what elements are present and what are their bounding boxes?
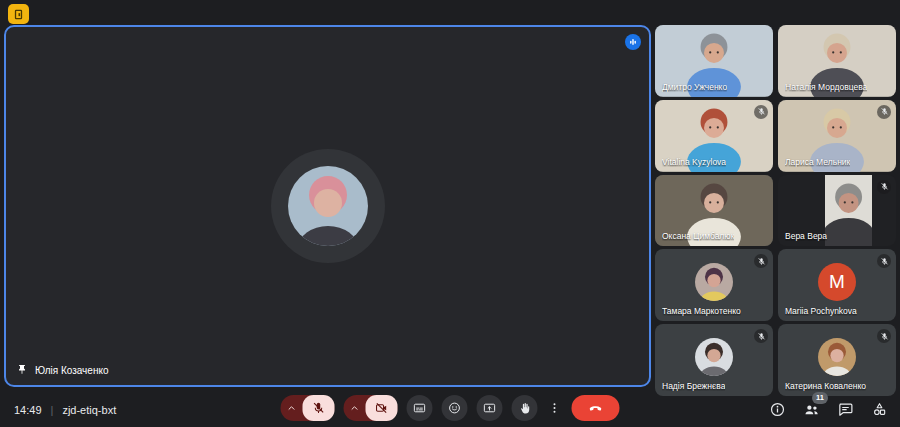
mic-mute-button[interactable]	[303, 395, 335, 421]
main-video-tile[interactable]: Юлія Козаченко	[4, 25, 651, 387]
mic-off-icon	[877, 254, 891, 268]
participant-avatar: M	[818, 263, 856, 301]
mic-off-icon	[754, 105, 768, 119]
chat-button[interactable]	[837, 401, 854, 418]
participant-name: Дмитро Ужченко	[662, 82, 727, 92]
camera-off-icon	[375, 401, 389, 415]
separator: |	[51, 404, 54, 416]
present-screen-icon	[483, 401, 497, 415]
mic-off-icon	[877, 180, 891, 194]
participant-avatar	[818, 338, 856, 376]
participant-name: Vitalina Kyzylova	[662, 157, 726, 167]
raise-hand-button[interactable]	[512, 395, 538, 421]
mic-control-group	[281, 395, 335, 421]
captions-icon	[413, 401, 427, 415]
audio-level-icon	[625, 34, 641, 50]
clock: 14:49	[14, 404, 42, 416]
participant-tile[interactable]: Тамара Маркотенко	[655, 249, 773, 321]
main-avatar	[288, 166, 368, 246]
participant-tile[interactable]: Дмитро Ужченко	[655, 25, 773, 97]
activities-button[interactable]	[871, 401, 888, 418]
participant-name: Mariia Pochynkova	[785, 306, 857, 316]
main-participant-name: Юлія Козаченко	[35, 365, 108, 376]
present-button[interactable]	[477, 395, 503, 421]
people-button[interactable]	[803, 401, 820, 418]
chevron-up-icon	[287, 403, 297, 413]
participant-tile[interactable]: Vitalina Kyzylova	[655, 100, 773, 172]
mic-off-icon	[877, 105, 891, 119]
hand-icon	[518, 401, 532, 415]
participant-name: Тамара Маркотенко	[662, 306, 741, 316]
camera-off-button[interactable]	[366, 395, 398, 421]
participant-tile[interactable]: Вера Вера	[778, 175, 896, 247]
chat-icon	[837, 401, 854, 418]
participant-tile[interactable]: Лариса Мельник	[778, 100, 896, 172]
participant-name: Оксана Цимбалюк	[662, 231, 734, 241]
participant-tile[interactable]: Надія Брежнєва	[655, 324, 773, 396]
extension-icon[interactable]	[8, 4, 29, 24]
bottom-bar: 14:49 | zjd-etiq-bxt	[0, 387, 900, 427]
participant-name: Лариса Мельник	[785, 157, 850, 167]
participant-tile[interactable]: Катерина Коваленко	[778, 324, 896, 396]
more-options-button[interactable]	[547, 395, 563, 421]
mic-off-icon	[754, 254, 768, 268]
participant-tile[interactable]: MMariia Pochynkova	[778, 249, 896, 321]
reactions-button[interactable]	[442, 395, 468, 421]
meeting-code: zjd-etiq-bxt	[62, 404, 116, 416]
end-call-button[interactable]	[572, 395, 620, 421]
participant-tile[interactable]: Наталія Мордовцева	[778, 25, 896, 97]
participant-tile[interactable]: Оксана Цимбалюк	[655, 175, 773, 247]
meeting-info: 14:49 | zjd-etiq-bxt	[14, 404, 116, 416]
door-icon	[12, 8, 25, 21]
participant-avatar	[695, 263, 733, 301]
pin-icon	[16, 364, 28, 376]
end-call-icon	[588, 400, 604, 416]
participant-avatar	[695, 338, 733, 376]
participant-video	[825, 175, 872, 247]
camera-control-group	[344, 395, 398, 421]
camera-options-button[interactable]	[344, 395, 366, 421]
people-icon	[803, 401, 820, 418]
call-controls	[281, 395, 620, 421]
participant-name: Вера Вера	[785, 231, 827, 241]
participant-count-badge: 11	[812, 392, 828, 404]
mic-options-button[interactable]	[281, 395, 303, 421]
participants-grid: Дмитро Ужченко Наталія Мордовцева Vitali…	[655, 25, 896, 396]
meeting-status-icons: 11	[769, 401, 888, 418]
participant-name: Наталія Мордовцева	[785, 82, 867, 92]
mic-off-icon	[754, 329, 768, 343]
captions-button[interactable]	[407, 395, 433, 421]
more-vert-icon	[548, 401, 562, 415]
smiley-icon	[448, 401, 462, 415]
info-button[interactable]	[769, 401, 786, 418]
chevron-up-icon	[350, 403, 360, 413]
mic-off-icon	[877, 329, 891, 343]
activities-icon	[871, 401, 888, 418]
info-icon	[769, 401, 786, 418]
mic-off-icon	[312, 401, 326, 415]
